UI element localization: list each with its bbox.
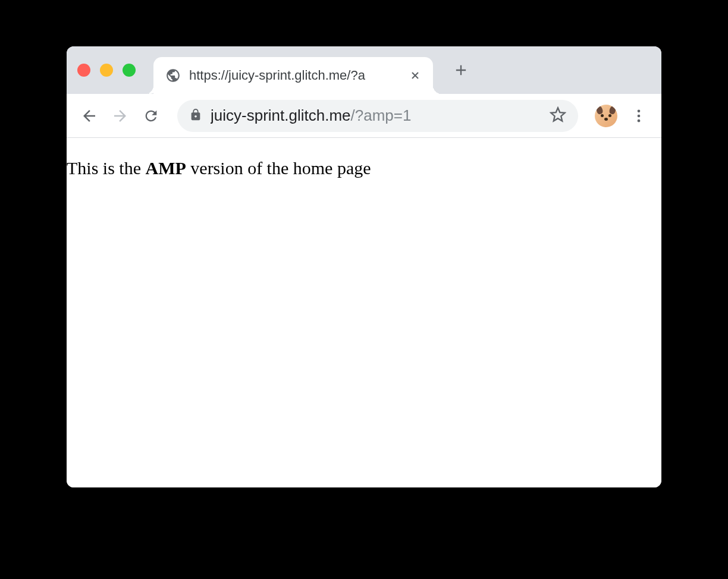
svg-point-2 [638, 109, 641, 112]
svg-point-4 [638, 119, 641, 122]
window-maximize-button[interactable] [123, 64, 136, 77]
window-minimize-button[interactable] [100, 64, 113, 77]
browser-window: https://juicy-sprint.glitch.me/?a [67, 46, 661, 487]
lock-icon [189, 108, 202, 124]
bookmark-button[interactable] [550, 106, 566, 125]
tab-title: https://juicy-sprint.glitch.me/?a [189, 68, 404, 83]
svg-point-3 [638, 114, 641, 117]
window-close-button[interactable] [77, 64, 90, 77]
window-controls [77, 64, 136, 77]
page-text: This is the AMP version of the home page [67, 158, 661, 178]
new-tab-button[interactable] [448, 58, 473, 83]
page-text-bold: AMP [146, 158, 186, 178]
page-text-suffix: version of the home page [186, 158, 371, 178]
menu-button[interactable] [626, 103, 652, 129]
address-bar[interactable]: juicy-sprint.glitch.me/?amp=1 [177, 100, 578, 132]
browser-tab[interactable]: https://juicy-sprint.glitch.me/?a [153, 57, 433, 94]
url-text: juicy-sprint.glitch.me/?amp=1 [211, 106, 541, 125]
close-tab-button[interactable] [408, 68, 422, 83]
tab-bar: https://juicy-sprint.glitch.me/?a [67, 46, 661, 94]
back-button[interactable] [76, 103, 102, 129]
page-content: This is the AMP version of the home page [67, 138, 661, 487]
url-path: /?amp=1 [351, 106, 412, 124]
url-domain: juicy-sprint.glitch.me [211, 106, 351, 124]
profile-avatar[interactable] [595, 105, 617, 127]
toolbar: juicy-sprint.glitch.me/?amp=1 [67, 94, 661, 138]
globe-icon [165, 68, 181, 83]
forward-button[interactable] [107, 103, 133, 129]
reload-button[interactable] [138, 103, 164, 129]
page-text-prefix: This is the [67, 158, 146, 178]
avatar-dog-icon [595, 105, 617, 127]
